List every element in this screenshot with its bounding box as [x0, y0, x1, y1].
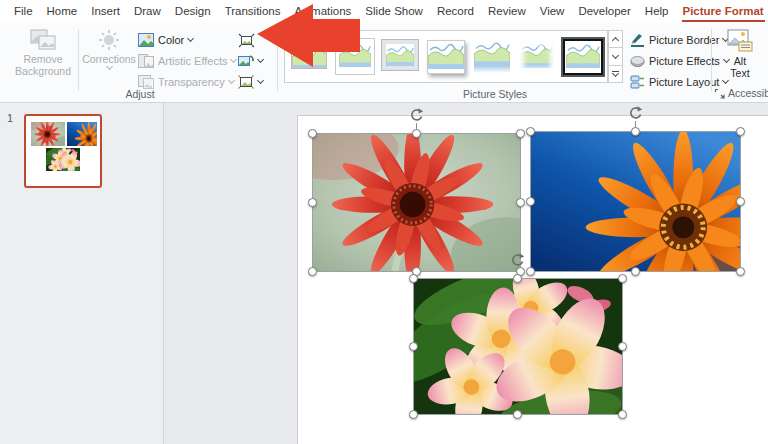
resize-handle[interactable] [618, 274, 627, 283]
resize-handle[interactable] [516, 198, 525, 207]
resize-handle[interactable] [513, 410, 522, 419]
corrections-sun-icon [98, 29, 120, 51]
menu-tab-draw[interactable]: Draw [127, 1, 168, 22]
picture-style-3[interactable] [377, 31, 423, 82]
thumb-orange-gerbera [67, 122, 97, 146]
picture-orange-gerbera[interactable] [530, 131, 741, 272]
resize-handle[interactable] [516, 129, 525, 138]
dialog-launcher-icon[interactable] [714, 88, 725, 99]
resize-handle[interactable] [736, 197, 745, 206]
corrections-button: Corrections [84, 29, 134, 69]
picture-layout-label: Picture Layout [649, 76, 719, 88]
gallery-scroll-down-button[interactable] [608, 48, 623, 65]
picture-styles-group-label: Picture Styles [380, 88, 610, 100]
rotation-handle-icon[interactable] [510, 252, 526, 268]
rotation-handle-icon[interactable] [628, 105, 644, 121]
resize-handle[interactable] [409, 274, 418, 283]
menu-tab-review[interactable]: Review [481, 1, 533, 22]
alt-text-button[interactable]: Alt Text [717, 29, 763, 79]
menu-tab-insert[interactable]: Insert [84, 1, 127, 22]
picture-style-6[interactable] [515, 31, 561, 82]
menubar: File Home Insert Draw Design Transitions… [0, 0, 768, 23]
resize-handle[interactable] [308, 129, 317, 138]
resize-handle[interactable] [618, 410, 627, 419]
resize-handle[interactable] [409, 342, 418, 351]
orange-gerbera-image [531, 132, 740, 271]
menu-tab-help[interactable]: Help [638, 1, 676, 22]
alt-text-label: Alt Text [726, 55, 754, 79]
picture-style-7-selected[interactable] [560, 31, 606, 82]
divider [78, 29, 79, 91]
chevron-up-icon [612, 37, 619, 44]
resize-handle[interactable] [736, 267, 745, 276]
accessibility-group-label: Accessibility [728, 87, 768, 99]
accessibility-group-footer: Accessibility [714, 87, 768, 99]
thumb-plumeria [46, 148, 80, 171]
picture-style-4[interactable] [423, 31, 469, 82]
menu-tab-view[interactable]: View [533, 1, 572, 22]
remove-background-icon [30, 29, 56, 51]
resize-handle[interactable] [631, 127, 640, 136]
picture-plumeria[interactable] [413, 278, 623, 415]
resize-handle[interactable] [308, 267, 317, 276]
ribbon: Remove Background Corrections Color [0, 23, 768, 103]
picture-border-button[interactable]: Picture Border [630, 31, 728, 49]
picture-effects-label: Picture Effects [649, 55, 720, 67]
reset-picture-icon [238, 75, 254, 89]
remove-background-label: Remove Background [14, 53, 72, 77]
menu-tab-record[interactable]: Record [430, 1, 481, 22]
slide-thumbnail-panel: 1 [0, 103, 164, 444]
picture-border-label: Picture Border [649, 34, 719, 46]
gallery-scrollbar [608, 30, 623, 83]
picture-border-icon [630, 33, 645, 47]
resize-handle[interactable] [736, 127, 745, 136]
menu-tab-design[interactable]: Design [168, 1, 218, 22]
resize-handle[interactable] [526, 127, 535, 136]
chevron-down-icon [187, 35, 194, 42]
picture-red-gerbera[interactable] [312, 133, 521, 272]
gallery-more-button[interactable] [608, 66, 623, 83]
picture-style-5[interactable] [469, 31, 515, 82]
resize-handle[interactable] [526, 267, 535, 276]
picture-layout-icon [630, 75, 645, 89]
red-gerbera-image [313, 134, 520, 271]
menu-tab-developer[interactable]: Developer [571, 1, 637, 22]
color-icon [138, 33, 154, 47]
color-button[interactable]: Color [138, 31, 193, 49]
red-annotation-arrow [250, 0, 365, 75]
adjust-group-label: Adjust [60, 88, 220, 100]
menu-tab-file[interactable]: File [7, 1, 40, 22]
chevron-down-icon [612, 52, 619, 59]
menu-tab-slide-show[interactable]: Slide Show [358, 1, 430, 22]
resize-handle[interactable] [526, 197, 535, 206]
alt-text-icon [727, 29, 753, 53]
color-label: Color [158, 34, 184, 46]
chevron-down-icon [257, 77, 264, 84]
artistic-effects-button: Artistic Effects [138, 52, 236, 70]
chevron-down-icon [105, 63, 112, 70]
resize-handle[interactable] [308, 198, 317, 207]
picture-effects-button[interactable]: Picture Effects [630, 52, 729, 70]
plumeria-image [414, 279, 622, 414]
rotation-handle-icon[interactable] [409, 107, 425, 123]
resize-handle[interactable] [412, 129, 421, 138]
gallery-scroll-up-button[interactable] [608, 30, 623, 48]
chevron-down-icon [230, 56, 237, 63]
thumb-red-gerbera [31, 122, 65, 146]
picture-effects-icon [630, 54, 645, 68]
slide-number: 1 [7, 112, 13, 124]
resize-handle[interactable] [618, 342, 627, 351]
workspace: 1 [0, 103, 768, 444]
menu-tab-home[interactable]: Home [40, 1, 85, 22]
remove-background-button: Remove Background [14, 29, 72, 77]
resize-handle[interactable] [513, 274, 522, 283]
divider [711, 29, 712, 91]
transparency-label: Transparency [158, 76, 225, 88]
resize-handle[interactable] [631, 267, 640, 276]
menu-tab-picture-format[interactable]: Picture Format [676, 1, 768, 22]
artistic-effects-icon [138, 54, 154, 68]
resize-handle[interactable] [409, 410, 418, 419]
artistic-effects-label: Artistic Effects [158, 55, 227, 67]
reset-picture-button[interactable] [238, 73, 263, 91]
slide-1-thumbnail[interactable] [24, 114, 102, 188]
